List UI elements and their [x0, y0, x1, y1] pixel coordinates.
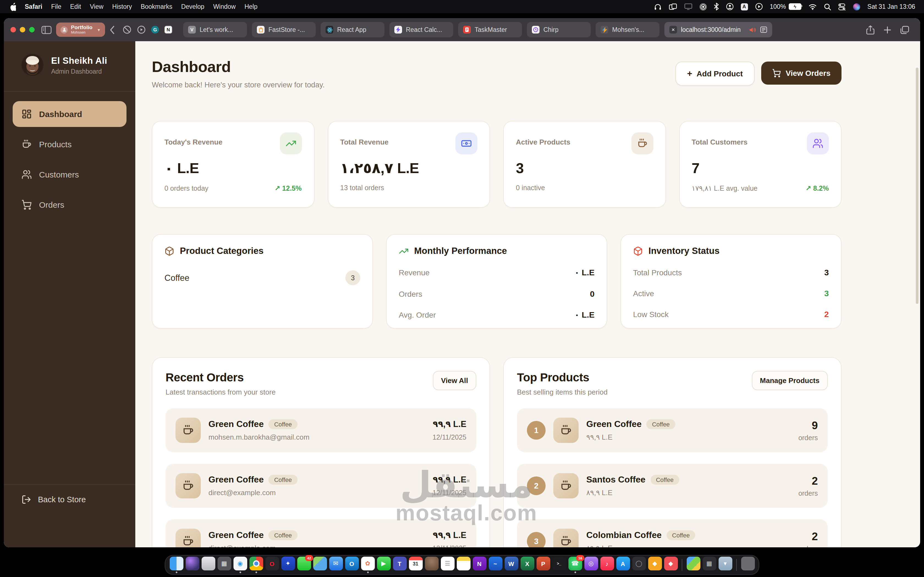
- sidebar-item-customers[interactable]: Customers: [13, 161, 126, 187]
- grammarly-extension-icon[interactable]: G: [151, 26, 159, 34]
- dock-terminal-icon[interactable]: >_: [552, 557, 566, 573]
- page-scrollbar[interactable]: [916, 68, 919, 304]
- dock-notes-icon[interactable]: [456, 557, 470, 573]
- dock-excel-icon[interactable]: X: [520, 557, 534, 573]
- dock-reminders-icon[interactable]: ☰: [440, 557, 455, 573]
- share-icon[interactable]: [866, 25, 874, 34]
- product-row[interactable]: 2 Santos Coffee Coffee: [517, 464, 828, 508]
- apple-logo-icon[interactable]: [9, 2, 16, 11]
- dock-messages-icon[interactable]: 42: [297, 557, 311, 573]
- dock-wave-app-icon[interactable]: ~: [488, 557, 502, 573]
- dock-onenote-icon[interactable]: N: [472, 557, 486, 573]
- dock-photos-icon[interactable]: ✿: [360, 557, 375, 573]
- user-switcher-icon[interactable]: [726, 3, 733, 10]
- dock-teams-icon[interactable]: T: [393, 557, 407, 573]
- video-extension-icon[interactable]: [137, 25, 146, 34]
- order-row[interactable]: Green Coffee Coffee direct@example.com ٩…: [166, 464, 476, 508]
- screen-mirroring-icon[interactable]: [669, 3, 677, 10]
- dock-automator-icon[interactable]: [201, 557, 215, 573]
- content-blocker-extension-icon[interactable]: [123, 25, 131, 34]
- safari-profile-button[interactable]: Portfolio Mohssen ▼: [56, 23, 105, 37]
- battery-indicator[interactable]: 100% ϟ: [770, 3, 801, 10]
- back-button[interactable]: [110, 26, 115, 34]
- keyboard-layout-icon[interactable]: A: [741, 3, 748, 10]
- wifi-icon[interactable]: [809, 3, 817, 10]
- menu-develop[interactable]: Develop: [181, 3, 204, 10]
- dock-calculator-icon[interactable]: ▦: [702, 557, 716, 573]
- new-tab-icon[interactable]: [883, 26, 892, 34]
- notion-extension-icon[interactable]: N: [165, 26, 172, 34]
- airdrop-icon[interactable]: [699, 3, 706, 10]
- dock-downloads-icon[interactable]: ▾: [718, 557, 732, 573]
- dock-mail-icon[interactable]: ✉: [329, 557, 343, 573]
- menu-history[interactable]: History: [112, 3, 132, 10]
- menu-edit[interactable]: Edit: [70, 3, 81, 10]
- tab-react-app[interactable]: React App: [321, 22, 384, 37]
- tab-taskmaster[interactable]: TaskMaster: [458, 22, 522, 37]
- display-icon[interactable]: [684, 3, 692, 10]
- minimize-window-button[interactable]: [20, 27, 25, 32]
- zoom-window-button[interactable]: [29, 27, 35, 32]
- dock-music-icon[interactable]: ♪: [600, 557, 614, 573]
- tab-chirp[interactable]: Chirp: [527, 22, 591, 37]
- dock-word-icon[interactable]: W: [504, 557, 519, 573]
- dock-chrome-icon[interactable]: [249, 557, 263, 573]
- bluetooth-icon[interactable]: [714, 3, 719, 10]
- tab-lets-work[interactable]: V Let's work...: [183, 22, 247, 37]
- view-all-button[interactable]: View All: [433, 371, 476, 390]
- dock-orange-diamond-app-icon[interactable]: ◆: [648, 557, 662, 573]
- sidebar-toggle-icon[interactable]: [41, 26, 52, 34]
- back-to-store-button[interactable]: Back to Store: [4, 484, 135, 547]
- dock-trash-icon[interactable]: [741, 557, 755, 573]
- manage-products-button[interactable]: Manage Products: [751, 371, 828, 390]
- spotlight-search-icon[interactable]: [824, 3, 831, 10]
- dock-maps-icon[interactable]: [313, 557, 327, 573]
- control-center-icon[interactable]: [838, 3, 846, 10]
- sidebar-item-products[interactable]: Products: [13, 131, 126, 157]
- menu-window[interactable]: Window: [213, 3, 236, 10]
- menu-app-name[interactable]: Safari: [25, 3, 42, 10]
- tab-audio-icon[interactable]: [749, 27, 756, 33]
- order-row[interactable]: Green Coffee Coffee mohsen.m.barokha@gma…: [166, 408, 476, 452]
- close-window-button[interactable]: [10, 27, 16, 32]
- add-product-button[interactable]: + Add Product: [675, 61, 754, 85]
- dock-red-diamond-app-icon[interactable]: ◆: [664, 557, 678, 573]
- menu-help[interactable]: Help: [244, 3, 257, 10]
- menu-file[interactable]: File: [51, 3, 61, 10]
- dock-opera-icon[interactable]: O: [265, 557, 279, 573]
- dock-siri-icon[interactable]: [185, 557, 199, 573]
- product-row[interactable]: 1 Green Coffee Coffee: [517, 408, 828, 452]
- dock-powerpoint-icon[interactable]: P: [536, 557, 550, 573]
- dock-outlook-icon[interactable]: O: [344, 557, 359, 573]
- headphones-icon[interactable]: [654, 3, 661, 10]
- dock-app-store-icon[interactable]: A: [616, 557, 630, 573]
- tab-mohsens[interactable]: Mohsen's...: [596, 22, 659, 37]
- dock-blue-star-app-icon[interactable]: ✦: [281, 557, 295, 573]
- order-row[interactable]: Green Coffee Coffee direct@example.com ٩…: [166, 519, 476, 547]
- menu-view[interactable]: View: [90, 3, 103, 10]
- category-row[interactable]: Coffee 3: [165, 270, 360, 285]
- dock-facetime-icon[interactable]: ▶: [376, 557, 391, 573]
- dock-brown-app-icon[interactable]: [424, 557, 439, 573]
- menu-bookmarks[interactable]: Bookmarks: [141, 3, 173, 10]
- sidebar-item-dashboard[interactable]: Dashboard: [13, 101, 126, 127]
- dock-calendar-icon[interactable]: 31: [409, 557, 423, 573]
- play-status-icon[interactable]: [755, 3, 762, 10]
- dock-passwords-icon[interactable]: [686, 557, 700, 573]
- dock-dark-app-icon[interactable]: ◯: [632, 557, 646, 573]
- dock-podcasts-icon[interactable]: ◎: [584, 557, 598, 573]
- tab-overview-icon[interactable]: [900, 26, 909, 34]
- siri-icon[interactable]: [853, 3, 860, 10]
- sidebar-item-orders[interactable]: Orders: [13, 192, 126, 218]
- dock-whatsapp-icon[interactable]: ☎16: [568, 557, 582, 573]
- menu-clock[interactable]: Sat 31 Jan 13:06: [867, 3, 915, 10]
- dock-safari-icon[interactable]: ◉: [233, 557, 247, 573]
- reader-view-icon[interactable]: [760, 26, 767, 33]
- dock-launchpad-icon[interactable]: ▦: [217, 557, 231, 573]
- view-orders-button[interactable]: View Orders: [761, 61, 842, 84]
- tab-faststore[interactable]: FastStore -...: [252, 22, 316, 37]
- dock-finder-icon[interactable]: [169, 557, 183, 573]
- product-row[interactable]: 3 Colombian Coffee Coffee: [517, 519, 828, 547]
- tab-localhost-active[interactable]: ✕ localhost:3000/admin: [664, 22, 772, 37]
- tab-react-calc[interactable]: React Calc...: [389, 22, 453, 37]
